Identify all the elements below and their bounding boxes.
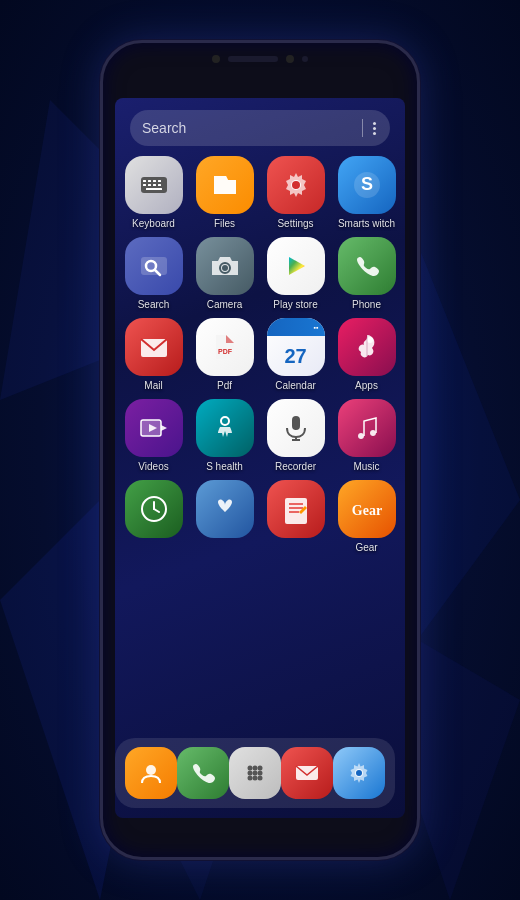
keyboard-icon: [125, 156, 183, 214]
app-item-search[interactable]: Search: [121, 237, 186, 310]
phone-frame: Search: [100, 40, 420, 860]
app-item-music[interactable]: Music: [334, 399, 399, 472]
search-bar[interactable]: Search: [130, 110, 390, 146]
svg-point-23: [222, 265, 228, 271]
app-item-files[interactable]: Files: [192, 156, 257, 229]
app-item-notes[interactable]: [263, 480, 328, 553]
svg-point-43: [146, 765, 156, 775]
camera-icon: [196, 237, 254, 295]
notes-icon: [267, 480, 325, 538]
svg-point-52: [258, 776, 263, 781]
svg-text:PDF: PDF: [218, 348, 233, 355]
dock-phone-button[interactable]: [177, 747, 229, 799]
gear-label: Gear: [355, 542, 377, 553]
dock-mail-button[interactable]: [281, 747, 333, 799]
phone-top-bar: [103, 55, 417, 63]
svg-marker-29: [161, 425, 167, 431]
app-item-recorder[interactable]: Recorder: [263, 399, 328, 472]
app-item-calendar[interactable]: ▪▪ 27 Calendar: [263, 318, 328, 391]
camera-label: Camera: [207, 299, 243, 310]
app-item-videos[interactable]: Videos: [121, 399, 186, 472]
calendar-label: Calendar: [275, 380, 316, 391]
svg-rect-10: [143, 184, 146, 186]
svg-rect-12: [153, 184, 156, 186]
gear-icon: Gear: [338, 480, 396, 538]
app-grid: Keyboard Files: [115, 156, 405, 553]
svg-point-49: [258, 771, 263, 776]
shealth-icon: [196, 399, 254, 457]
files-icon: [196, 156, 254, 214]
svg-rect-9: [158, 180, 161, 182]
calendar-icon: ▪▪ 27: [267, 318, 325, 376]
app-item-camera[interactable]: Camera: [192, 237, 257, 310]
menu-dots-icon[interactable]: [371, 120, 378, 137]
svg-point-31: [221, 417, 229, 425]
settings-icon: [267, 156, 325, 214]
app-item-shealth[interactable]: S health: [192, 399, 257, 472]
svg-line-37: [154, 509, 159, 512]
search-app-icon: [125, 237, 183, 295]
shealth-label: S health: [206, 461, 243, 472]
apps-icon: [338, 318, 396, 376]
app-item-playstore[interactable]: Play store: [263, 237, 328, 310]
phone-icon: [338, 237, 396, 295]
smartswitch-icon: S: [338, 156, 396, 214]
phone-screen: Search: [115, 98, 405, 818]
search-divider: [362, 119, 363, 137]
app-item-apps[interactable]: Apps: [334, 318, 399, 391]
dock-contacts-button[interactable]: [125, 747, 177, 799]
music-icon: [338, 399, 396, 457]
svg-point-27: [367, 337, 373, 343]
svg-text:Gear: Gear: [351, 503, 381, 518]
svg-point-47: [248, 771, 253, 776]
svg-rect-13: [158, 184, 161, 186]
app-item-samsung[interactable]: [192, 480, 257, 553]
mail-icon: [125, 318, 183, 376]
app-item-phone[interactable]: Phone: [334, 237, 399, 310]
phone-label: Phone: [352, 299, 381, 310]
search-label: Search: [138, 299, 170, 310]
svg-marker-24: [289, 257, 305, 275]
svg-point-55: [356, 770, 362, 776]
svg-point-50: [248, 776, 253, 781]
svg-text:S: S: [360, 174, 372, 194]
svg-rect-8: [153, 180, 156, 182]
samsung-icon: [196, 480, 254, 538]
playstore-label: Play store: [273, 299, 317, 310]
svg-rect-14: [146, 188, 162, 190]
app-item-clock[interactable]: [121, 480, 186, 553]
calendar-header: ▪▪: [267, 318, 325, 336]
pdf-icon: PDF: [196, 318, 254, 376]
videos-icon: [125, 399, 183, 457]
keyboard-label: Keyboard: [132, 218, 175, 229]
smartswitch-label: Smarts witch: [338, 218, 395, 229]
app-item-settings[interactable]: Settings: [263, 156, 328, 229]
app-item-keyboard[interactable]: Keyboard: [121, 156, 186, 229]
app-item-mail[interactable]: Mail: [121, 318, 186, 391]
playstore-icon: [267, 237, 325, 295]
pdf-label: Pdf: [217, 380, 232, 391]
settings-label: Settings: [277, 218, 313, 229]
app-item-gear[interactable]: Gear Gear: [334, 480, 399, 553]
svg-point-51: [253, 776, 258, 781]
mail-label: Mail: [144, 380, 162, 391]
app-item-pdf[interactable]: PDF Pdf: [192, 318, 257, 391]
svg-point-48: [253, 771, 258, 776]
recorder-icon: [267, 399, 325, 457]
recorder-label: Recorder: [275, 461, 316, 472]
svg-point-45: [253, 766, 258, 771]
app-item-smartswitch[interactable]: S Smarts witch: [334, 156, 399, 229]
sensor-dot: [302, 56, 308, 62]
svg-rect-11: [148, 184, 151, 186]
svg-point-44: [248, 766, 253, 771]
search-text: Search: [142, 120, 354, 136]
dock-apps-button[interactable]: [229, 747, 281, 799]
svg-rect-7: [148, 180, 151, 182]
camera-dot-2: [286, 55, 294, 63]
camera-dot: [212, 55, 220, 63]
speaker: [228, 56, 278, 62]
videos-label: Videos: [138, 461, 168, 472]
files-label: Files: [214, 218, 235, 229]
dock-settings-button[interactable]: [333, 747, 385, 799]
clock-icon: [125, 480, 183, 538]
